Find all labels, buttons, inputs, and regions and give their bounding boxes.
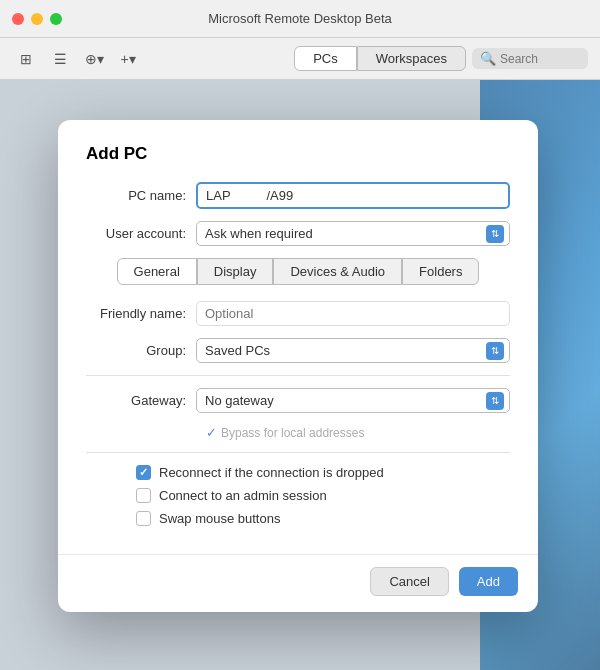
modal-footer: Cancel Add [58, 554, 538, 612]
search-box[interactable]: 🔍 [472, 48, 588, 69]
friendly-name-row: Friendly name: [86, 301, 510, 326]
window-title: Microsoft Remote Desktop Beta [208, 11, 392, 26]
group-label: Group: [86, 343, 196, 358]
gateway-select-wrapper: No gateway ⇅ [196, 388, 510, 413]
swap-checkbox[interactable] [136, 511, 151, 526]
traffic-lights [12, 13, 62, 25]
toolbar-left: ⊞ ☰ ⊕▾ +▾ [12, 48, 288, 70]
group-select[interactable]: Saved PCs [196, 338, 510, 363]
checkbox-reconnect-row: ✓ Reconnect if the connection is dropped [136, 465, 510, 480]
swap-label: Swap mouse buttons [159, 511, 280, 526]
user-account-label: User account: [86, 226, 196, 241]
checkbox-admin-row: Connect to an admin session [136, 488, 510, 503]
friendly-name-control [196, 301, 510, 326]
pcs-tab-button[interactable]: PCs [294, 46, 357, 71]
bypass-checkmark: ✓ [206, 425, 217, 440]
gateway-section: Gateway: No gateway ⇅ ✓ Bypass for local… [86, 388, 510, 440]
admin-label: Connect to an admin session [159, 488, 327, 503]
add-pc-dialog: Add PC PC name: User account: Ask when r… [58, 120, 538, 612]
user-account-row: User account: Ask when required ⇅ [86, 221, 510, 246]
bypass-label-row: ✓ Bypass for local addresses [206, 425, 510, 440]
gateway-row: Gateway: No gateway ⇅ [86, 388, 510, 413]
section-divider-2 [86, 452, 510, 453]
toolbar-right: 🔍 [472, 48, 588, 69]
tab-general[interactable]: General [117, 258, 197, 285]
gateway-select[interactable]: No gateway [196, 388, 510, 413]
bypass-text: Bypass for local addresses [221, 426, 364, 440]
modal-body: Add PC PC name: User account: Ask when r… [58, 120, 538, 554]
minimize-button[interactable] [31, 13, 43, 25]
tab-folders[interactable]: Folders [402, 258, 479, 285]
friendly-name-input[interactable] [196, 301, 510, 326]
cancel-button[interactable]: Cancel [370, 567, 448, 596]
desktop-background: Add PC PC name: User account: Ask when r… [0, 80, 600, 670]
group-control: Saved PCs ⇅ [196, 338, 510, 363]
reconnect-checkmark: ✓ [139, 466, 148, 479]
titlebar: Microsoft Remote Desktop Beta [0, 0, 600, 38]
list-view-button[interactable]: ☰ [46, 48, 74, 70]
group-row: Group: Saved PCs ⇅ [86, 338, 510, 363]
toolbar: ⊞ ☰ ⊕▾ +▾ PCs Workspaces 🔍 [0, 38, 600, 80]
gateway-control: No gateway ⇅ [196, 388, 510, 413]
tab-devices-audio[interactable]: Devices & Audio [273, 258, 402, 285]
gateway-label: Gateway: [86, 393, 196, 408]
admin-checkbox[interactable] [136, 488, 151, 503]
friendly-name-label: Friendly name: [86, 306, 196, 321]
add-button[interactable]: Add [459, 567, 518, 596]
checkbox-swap-row: Swap mouse buttons [136, 511, 510, 526]
checkboxes-section: ✓ Reconnect if the connection is dropped… [136, 465, 510, 526]
dialog-title: Add PC [86, 144, 510, 164]
maximize-button[interactable] [50, 13, 62, 25]
modal-tabs: General Display Devices & Audio Folders [86, 258, 510, 285]
more-button[interactable]: +▾ [114, 48, 142, 70]
user-account-select[interactable]: Ask when required [196, 221, 510, 246]
grid-view-button[interactable]: ⊞ [12, 48, 40, 70]
pc-name-input[interactable] [196, 182, 510, 209]
pc-name-row: PC name: [86, 182, 510, 209]
search-icon: 🔍 [480, 51, 496, 66]
reconnect-label: Reconnect if the connection is dropped [159, 465, 384, 480]
user-account-control: Ask when required ⇅ [196, 221, 510, 246]
pc-name-control [196, 182, 510, 209]
section-divider-1 [86, 375, 510, 376]
search-input[interactable] [500, 52, 580, 66]
tab-display[interactable]: Display [197, 258, 274, 285]
pc-name-label: PC name: [86, 188, 196, 203]
toolbar-center: PCs Workspaces [294, 46, 466, 71]
group-select-wrapper: Saved PCs ⇅ [196, 338, 510, 363]
add-dropdown-button[interactable]: ⊕▾ [80, 48, 108, 70]
close-button[interactable] [12, 13, 24, 25]
workspaces-tab-button[interactable]: Workspaces [357, 46, 466, 71]
user-account-select-wrapper: Ask when required ⇅ [196, 221, 510, 246]
reconnect-checkbox[interactable]: ✓ [136, 465, 151, 480]
